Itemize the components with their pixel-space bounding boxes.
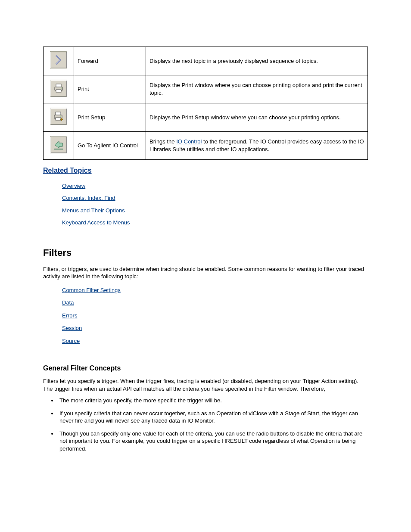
bullet-item: The more criteria you specify, the more … xyxy=(58,397,368,404)
bullet-item: If you specify criteria that can never o… xyxy=(58,410,368,425)
related-link-menus[interactable]: Menus and Their Options xyxy=(62,207,125,214)
table-description: Displays the Print Setup window where yo… xyxy=(146,103,368,132)
table-row: Go To Agilent IO Control Brings the IO C… xyxy=(44,131,368,160)
filter-link-source[interactable]: Source xyxy=(62,338,80,344)
goto-icon xyxy=(50,136,67,153)
related-topics-list: Overview Contents, Index, Find Menus and… xyxy=(43,182,368,227)
related-link-contents[interactable]: Contents, Index, Find xyxy=(62,195,115,201)
common-filter-list: Common Filter Settings Data Errors Sessi… xyxy=(43,286,368,345)
svg-rect-6 xyxy=(56,118,61,120)
bullet-item: Though you can specify only one value fo… xyxy=(58,430,368,453)
svg-rect-8 xyxy=(61,118,62,119)
filter-link-errors[interactable]: Errors xyxy=(62,312,77,319)
table-description: Brings the IO Control to the foreground.… xyxy=(146,131,368,160)
print-setup-icon xyxy=(50,108,67,125)
toolbar-reference-table: Forward Displays the next topic in a pre… xyxy=(43,47,368,160)
svg-point-3 xyxy=(61,87,62,88)
icon-cell xyxy=(44,47,74,75)
table-label: Forward xyxy=(74,47,146,75)
related-link-keyboard[interactable]: Keyboard Access to Menus xyxy=(62,219,130,226)
filters-heading: Filters xyxy=(43,246,368,259)
related-link-overview[interactable]: Overview xyxy=(62,183,85,189)
general-filter-heading: General Filter Concepts xyxy=(43,364,368,373)
filter-link-session[interactable]: Session xyxy=(62,325,82,331)
svg-rect-4 xyxy=(56,112,61,115)
general-filter-bullets: The more criteria you specify, the more … xyxy=(43,397,368,452)
table-description: Displays the Print window where you can … xyxy=(146,75,368,103)
table-label: Print Setup xyxy=(74,103,146,132)
icon-cell xyxy=(44,103,74,132)
svg-rect-0 xyxy=(56,84,61,87)
filters-paragraph: Filters, or triggers, are used to determ… xyxy=(43,265,368,280)
common-filter-settings-link[interactable]: Common Filter Settings xyxy=(62,287,121,293)
print-icon xyxy=(50,80,67,97)
related-topics-heading: Related Topics xyxy=(43,166,368,175)
general-filter-paragraph: Filters let you specify a trigger. When … xyxy=(43,377,368,392)
svg-rect-2 xyxy=(56,90,61,92)
table-label: Print xyxy=(74,75,146,103)
forward-icon xyxy=(50,51,67,68)
table-label: Go To Agilent IO Control xyxy=(74,131,146,160)
table-description: Displays the next topic in a previously … xyxy=(146,47,368,75)
table-row: Print Setup Displays the Print Setup win… xyxy=(44,103,368,132)
io-control-link[interactable]: IO Control xyxy=(176,138,202,145)
table-row: Forward Displays the next topic in a pre… xyxy=(44,47,368,75)
filter-link-data[interactable]: Data xyxy=(62,299,74,306)
svg-point-7 xyxy=(60,116,61,117)
table-row: Print Displays the Print window where yo… xyxy=(44,75,368,103)
icon-cell xyxy=(44,131,74,160)
desc-prefix: Brings the xyxy=(149,138,176,145)
icon-cell xyxy=(44,75,74,103)
